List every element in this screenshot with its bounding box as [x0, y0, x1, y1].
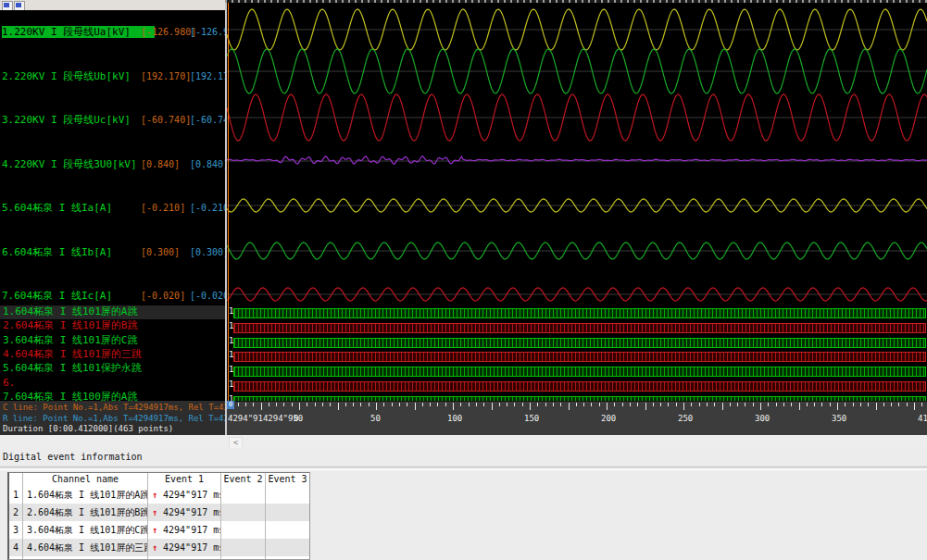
analog-channel-row[interactable]: 4.220KV I 段母线3U0[kV][0.840][0.840] — [0, 158, 225, 170]
digital-state-value: 1 — [229, 336, 233, 345]
ruler-tick-label: 350 — [832, 414, 846, 423]
digital-trace-row: 1 — [227, 381, 927, 392]
header-event-1: Event 1 — [148, 473, 221, 486]
ruler-end-label: 41 — [918, 414, 927, 423]
digital-state-bar — [233, 323, 926, 333]
ruler-tick-label: 0 — [294, 414, 298, 423]
digital-event-section: Digital event information Channel name E… — [0, 448, 927, 560]
cursor-position-marker[interactable]: 0 — [227, 401, 234, 409]
header-channel-name: Channel name — [23, 473, 148, 486]
ruler-tick-label: 50 — [370, 414, 381, 423]
digital-state-bar — [233, 308, 926, 318]
header-event-3: Event 3 — [266, 473, 310, 486]
cursor-value-r: [-126.980] — [190, 26, 225, 38]
channel-name[interactable]: 5.604柘泉 I 线Ia[A] — [2, 202, 112, 214]
cursor-value-r: [0.300] — [190, 246, 225, 258]
analog-waveforms — [227, 3, 927, 308]
waveform-plot-panel[interactable]: 1 1 1 1 1 1 1 4294"914294"950 0501001502… — [227, 3, 927, 435]
analog-channel-row[interactable]: 6.604柘泉 I 线Ib[A][0.300][0.300] — [0, 246, 225, 258]
trip-up-arrow-icon: ↑ — [152, 542, 157, 553]
duration-status: Duration [0:00.412000](463 points) — [3, 424, 173, 433]
channel-name[interactable]: 3.220KV I 段母线Uc[kV] — [2, 114, 131, 126]
cursor-value-c: [0.840] — [141, 158, 180, 170]
table-header-row: Channel name Event 1 Event 2 Event 3 — [9, 473, 309, 486]
horizontal-scrollbar[interactable]: < — [0, 435, 927, 449]
table-row[interactable]: 22.604柘泉 I 线101屏的B跳↑4294"917 ms — [9, 504, 309, 521]
analog-channel-row[interactable]: 3.220KV I 段母线Uc[kV][-60.740][-60.740] — [0, 114, 225, 126]
table-row[interactable]: 11.604柘泉 I 线101屏的A跳↑4294"917 ms — [9, 486, 309, 504]
cursor-status-bar: C line: Point No.=1,Abs T=4294917ms, Rel… — [0, 401, 225, 435]
cursor-value-r: [192.170] — [190, 70, 225, 82]
digital-trace-row: 1 — [227, 352, 927, 363]
channel-name[interactable]: 2.220KV I 段母线Ub[kV] — [2, 70, 131, 82]
digital-trace-row: 1 — [227, 367, 927, 378]
time-ruler[interactable]: 4294"914294"950 05010015020025030035041 — [227, 401, 927, 435]
channel-name[interactable]: 4.220KV I 段母线3U0[kV] — [2, 158, 137, 170]
digital-channel-label[interactable]: 6. — [0, 377, 225, 391]
digital-state-value: 1 — [229, 380, 233, 389]
analog-channel-row[interactable]: 5.604柘泉 I 线Ia[A][-0.210][-0.210] — [0, 202, 225, 214]
cursor-value-r: [-0.020] — [190, 290, 225, 302]
header-event-2: Event 2 — [221, 473, 266, 486]
c-line-status: C line: Point No.=1,Abs T=4294917ms, Rel… — [3, 403, 225, 412]
digital-state-bar — [233, 381, 926, 392]
digital-channel-label[interactable]: 3.604柘泉 I 线101屏的C跳 — [0, 334, 225, 348]
cursor-value-c: [0.300] — [141, 246, 180, 258]
cursor-value-c: [-126.980] — [141, 26, 196, 38]
digital-state-bar — [233, 338, 926, 348]
ruler-tick-label: 150 — [524, 414, 539, 423]
waveform-analyzer-window: 1.220KV I 段母线Ua[kV][-126.980][-126.980] … — [0, 0, 927, 560]
ruler-tick-label: 250 — [678, 414, 693, 423]
trip-up-arrow-icon: ↑ — [152, 507, 157, 517]
digital-state-value: 1 — [229, 350, 233, 359]
table-row[interactable]: 44.604柘泉 I 线101屏的三跳↑4294"917 ms — [9, 539, 309, 556]
digital-channel-label[interactable]: 2.604柘泉 I 线101屏的B跳 — [0, 319, 225, 333]
r-line-status: R line: Point No.=1,Abs T=4294917ms, Rel… — [3, 414, 225, 423]
section-divider — [0, 467, 927, 470]
ruler-tick-label: 200 — [601, 414, 616, 423]
digital-state-value: 1 — [229, 365, 233, 374]
ruler-tick-label: 100 — [447, 414, 462, 423]
channel-name[interactable]: 1.220KV I 段母线Ua[kV] — [2, 26, 155, 38]
digital-state-bar — [233, 367, 926, 377]
channel-list-panel: 1.220KV I 段母线Ua[kV][-126.980][-126.980] … — [0, 10, 225, 435]
digital-trace-row: 1 — [227, 338, 927, 349]
analog-channel-row[interactable]: 1.220KV I 段母线Ua[kV][-126.980][-126.980] — [0, 26, 225, 38]
cursor-value-c: [-60.740] — [141, 114, 191, 126]
cursor-value-c: [192.170] — [141, 70, 191, 82]
digital-event-table[interactable]: Channel name Event 1 Event 2 Event 3 11.… — [7, 472, 310, 560]
trip-up-arrow-icon: ↑ — [152, 490, 157, 500]
cursor-value-r: [-0.210] — [190, 202, 225, 214]
section-title: Digital event information — [3, 452, 143, 462]
analog-channel-row[interactable]: 7.604柘泉 I 线Ic[A][-0.020][-0.020] — [0, 290, 225, 302]
digital-channel-label[interactable]: 4.604柘泉 I 线101屏的三跳 — [0, 348, 225, 362]
cursor-value-c: [-0.210] — [141, 202, 185, 214]
channel-name[interactable]: 7.604柘泉 I 线Ic[A] — [2, 290, 112, 302]
ruler-abs-time-label: 4294"914294"950 — [228, 414, 303, 423]
digital-state-bar — [233, 352, 926, 362]
digital-trace-row: 1 — [227, 323, 927, 334]
digital-trace-row: 1 — [227, 308, 927, 319]
table-row[interactable]: 55.604柘泉 I 线101保护永跳↑4294"917 ms — [9, 556, 309, 560]
cursor-value-r: [0.840] — [190, 158, 225, 170]
ruler-tick-label: 300 — [755, 414, 770, 423]
trip-up-arrow-icon: ↑ — [152, 525, 157, 535]
digital-channel-label[interactable]: 1.604柘泉 I 线101屏的A跳 — [0, 305, 225, 319]
digital-channel-label[interactable]: 5.604柘泉 I 线101保护永跳 — [0, 362, 225, 376]
channel-name[interactable]: 6.604柘泉 I 线Ib[A] — [2, 246, 112, 258]
digital-state-value: 1 — [229, 306, 233, 316]
cursor-value-c: [-0.020] — [141, 290, 185, 302]
digital-state-value: 1 — [229, 321, 233, 330]
cursor-value-r: [-60.740] — [190, 114, 225, 126]
table-row[interactable]: 33.604柘泉 I 线101屏的C跳↑4294"917 ms — [9, 521, 309, 539]
analog-channel-row[interactable]: 2.220KV I 段母线Ub[kV][192.170][192.170] — [0, 70, 225, 82]
header-index — [9, 473, 23, 486]
